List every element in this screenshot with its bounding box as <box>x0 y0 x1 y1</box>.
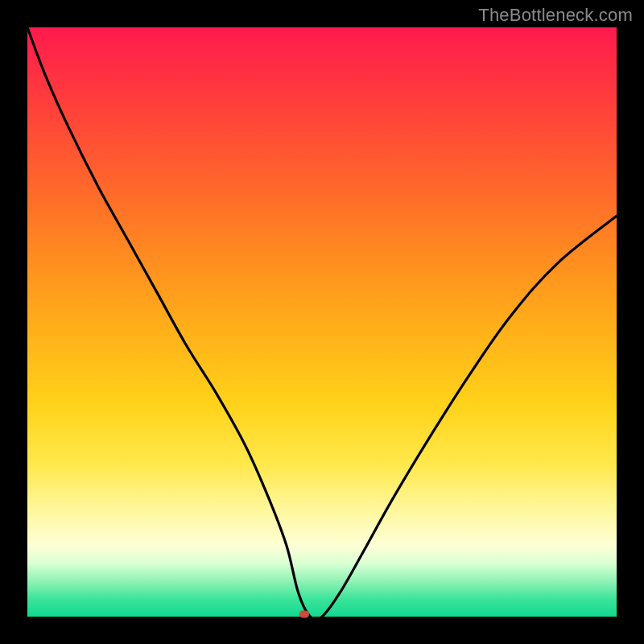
chart-frame: TheBottleneck.com <box>0 0 644 644</box>
bottleneck-curve <box>27 27 617 617</box>
plot-area <box>27 27 617 617</box>
optimum-marker <box>299 611 309 618</box>
watermark-text: TheBottleneck.com <box>478 5 633 26</box>
